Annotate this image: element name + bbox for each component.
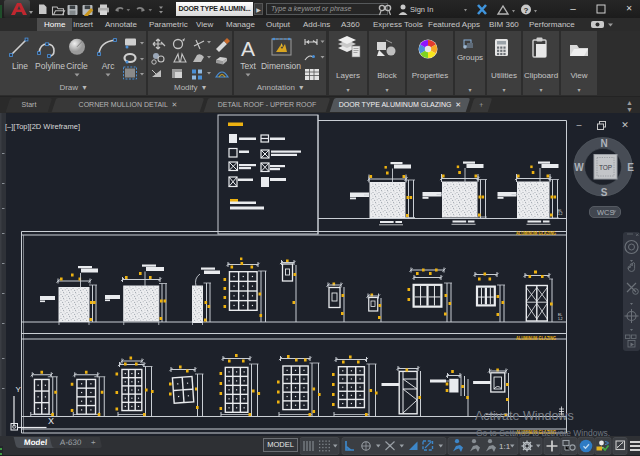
svg-text:A: A (241, 37, 255, 60)
svg-text:1.2: 1.2 (558, 317, 563, 321)
svg-text:1.2: 1.2 (558, 212, 563, 216)
svg-text:E: E (627, 162, 634, 173)
svg-text:Circle: Circle (66, 61, 88, 71)
svg-text:W: W (574, 162, 584, 173)
svg-text:Arc: Arc (102, 61, 116, 71)
svg-text:Dimension: Dimension (261, 61, 301, 71)
svg-text:Polyline: Polyline (35, 61, 65, 71)
svg-text:ALUMINUM GLAZING: ALUMINUM GLAZING (516, 230, 556, 236)
svg-text:1:1: 1:1 (499, 442, 511, 451)
svg-text:S: S (601, 187, 608, 198)
svg-text:Y: Y (16, 385, 22, 394)
svg-text:Text: Text (240, 61, 256, 71)
svg-text:WCS: WCS (597, 208, 615, 217)
svg-text:X: X (48, 416, 54, 426)
svg-text:TOP: TOP (599, 164, 612, 171)
svg-text:N: N (600, 138, 607, 149)
svg-text:?: ? (524, 6, 529, 15)
svg-text:ALUMINUM GLAZING: ALUMINUM GLAZING (516, 335, 556, 341)
svg-text:Line: Line (12, 61, 28, 71)
